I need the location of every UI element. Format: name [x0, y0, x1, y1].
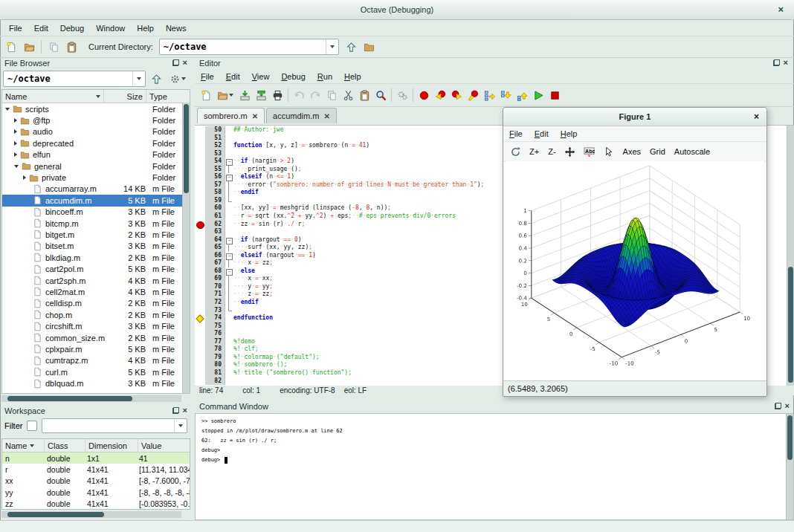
- text-annotation-icon[interactable]: Abc: [581, 143, 598, 160]
- menu-item-file[interactable]: File: [503, 128, 529, 140]
- copy-icon[interactable]: [323, 87, 340, 103]
- fold-margin[interactable]: [225, 307, 233, 315]
- figure-tool-autoscale[interactable]: Autoscale: [671, 146, 714, 158]
- previous-breakpoint-icon[interactable]: [432, 87, 448, 103]
- breakpoint-margin[interactable]: [195, 330, 205, 338]
- menu-item-file[interactable]: File: [195, 71, 220, 82]
- window-titlebar[interactable]: Octave (Debugging) ×: [0, 0, 794, 20]
- breakpoint-margin[interactable]: [195, 134, 205, 143]
- remove-breakpoints-icon[interactable]: [465, 87, 481, 103]
- fold-margin[interactable]: [225, 204, 233, 213]
- fold-margin[interactable]: [225, 330, 233, 338]
- scrollbar-thumb[interactable]: [787, 415, 793, 460]
- figure-titlebar[interactable]: Figure 1 ×: [503, 108, 766, 126]
- fold-margin[interactable]: [225, 142, 233, 150]
- close-icon[interactable]: ×: [183, 407, 187, 414]
- figure-tool-zplus[interactable]: Z+: [526, 146, 543, 158]
- redo-icon[interactable]: [307, 87, 323, 103]
- menu-item-file[interactable]: File: [3, 22, 28, 34]
- expander-icon[interactable]: [5, 108, 10, 111]
- folder-row[interactable]: scriptsFolder: [2, 103, 190, 114]
- fold-margin[interactable]: −: [225, 252, 233, 260]
- fold-margin[interactable]: −: [225, 173, 233, 181]
- step-in-icon[interactable]: [497, 87, 514, 103]
- breakpoint-margin[interactable]: [195, 236, 205, 244]
- command-window-terminal[interactable]: >> sombrerostopped in /m/plot/draw/sombr…: [195, 413, 794, 520]
- pan-icon[interactable]: [561, 143, 579, 160]
- undock-icon[interactable]: [773, 59, 780, 66]
- file-row[interactable]: dblquad.m3 KBm File: [2, 377, 190, 389]
- folder-icon[interactable]: [361, 39, 378, 55]
- command-vscrollbar[interactable]: [786, 414, 793, 519]
- breakpoint-margin[interactable]: [195, 361, 205, 369]
- fold-margin[interactable]: [225, 361, 233, 369]
- close-icon[interactable]: ×: [785, 403, 790, 409]
- file-row[interactable]: common_size.m2 KBm File: [2, 332, 190, 343]
- new-file-icon[interactable]: [3, 39, 19, 55]
- fold-margin[interactable]: [225, 369, 233, 377]
- breakpoint-margin[interactable]: [195, 291, 205, 299]
- file-row[interactable]: cumtrapz.m4 KBm File: [2, 355, 190, 366]
- file-row[interactable]: circshift.m3 KBm File: [2, 320, 190, 331]
- open-folder-icon[interactable]: [21, 39, 37, 55]
- continue-icon[interactable]: [530, 87, 546, 103]
- scrollbar-thumb[interactable]: [184, 104, 189, 193]
- undock-icon[interactable]: [775, 403, 781, 409]
- select-icon[interactable]: [600, 143, 618, 160]
- column-header-name[interactable]: Name: [2, 439, 45, 452]
- breakpoint-margin[interactable]: [195, 173, 205, 181]
- fold-margin[interactable]: [225, 283, 233, 291]
- window-close-icon[interactable]: ×: [778, 4, 784, 15]
- breakpoint-margin[interactable]: [195, 166, 205, 174]
- file-row[interactable]: cart2pol.m5 KBm File: [2, 263, 190, 274]
- breakpoint-margin[interactable]: [195, 259, 205, 267]
- undo-icon[interactable]: [291, 87, 307, 103]
- menu-item-debug[interactable]: Debug: [275, 71, 311, 82]
- folder-row[interactable]: @ftpFolder: [2, 114, 190, 126]
- breakpoint-margin[interactable]: [195, 275, 205, 283]
- editor-tab-accumdim.m[interactable]: accumdim.m✕: [266, 108, 337, 123]
- breakpoint-margin[interactable]: [195, 158, 205, 166]
- new-file-icon[interactable]: [198, 87, 214, 103]
- folder-row[interactable]: privateFolder: [2, 172, 190, 183]
- breakpoint-margin[interactable]: [195, 228, 205, 236]
- figure-tool-axes[interactable]: Axes: [619, 146, 645, 158]
- path-dropdown[interactable]: [132, 71, 145, 86]
- breakpoint-margin[interactable]: [195, 213, 205, 221]
- breakpoint-margin[interactable]: [195, 197, 205, 205]
- breakpoint-margin[interactable]: [195, 299, 205, 307]
- file-row[interactable]: cplxpair.m5 KBm File: [2, 343, 190, 354]
- directory-up-button[interactable]: [148, 71, 164, 87]
- expander-icon[interactable]: [14, 141, 17, 146]
- variable-row[interactable]: rdouble41x41[11.314, 11.034, 10.763,: [2, 464, 190, 475]
- fold-margin[interactable]: [225, 189, 233, 197]
- filter-checkbox[interactable]: [27, 421, 37, 431]
- scrollbar-thumb[interactable]: [7, 396, 132, 401]
- fold-margin[interactable]: [225, 197, 233, 205]
- file-row[interactable]: bitget.m2 KBm File: [2, 229, 190, 240]
- variable-row[interactable]: zzdouble41x41[-0.083953, -0.090556, -0: [2, 499, 190, 510]
- menu-item-view[interactable]: View: [246, 71, 276, 82]
- breakpoint-margin[interactable]: [195, 189, 205, 197]
- toggle-breakpoint-icon[interactable]: [416, 87, 432, 103]
- column-header-type[interactable]: Type: [146, 90, 190, 103]
- file-browser-path-combo[interactable]: ~/octave: [3, 71, 146, 87]
- next-breakpoint-icon[interactable]: [448, 87, 465, 103]
- scrollbar-thumb[interactable]: [7, 512, 104, 517]
- file-row[interactable]: cart2sph.m4 KBm File: [2, 275, 190, 286]
- fold-margin[interactable]: [225, 244, 233, 252]
- close-icon[interactable]: ×: [784, 59, 788, 66]
- fold-margin[interactable]: [225, 291, 233, 299]
- paste-icon[interactable]: [63, 39, 80, 55]
- fold-margin[interactable]: [225, 259, 233, 267]
- breakpoint-margin[interactable]: [195, 267, 205, 276]
- file-row[interactable]: bincoeff.m3 KBm File: [2, 207, 190, 218]
- file-row[interactable]: bitset.m3 KBm File: [2, 241, 190, 252]
- menu-item-debug[interactable]: Debug: [54, 22, 90, 34]
- figure-close-icon[interactable]: ×: [754, 111, 759, 122]
- breakpoint-margin[interactable]: [195, 150, 205, 158]
- variable-row[interactable]: ndouble1x141: [2, 452, 190, 464]
- fold-margin[interactable]: [225, 354, 233, 362]
- fold-margin[interactable]: [225, 221, 233, 229]
- column-header-size[interactable]: Size: [104, 90, 146, 103]
